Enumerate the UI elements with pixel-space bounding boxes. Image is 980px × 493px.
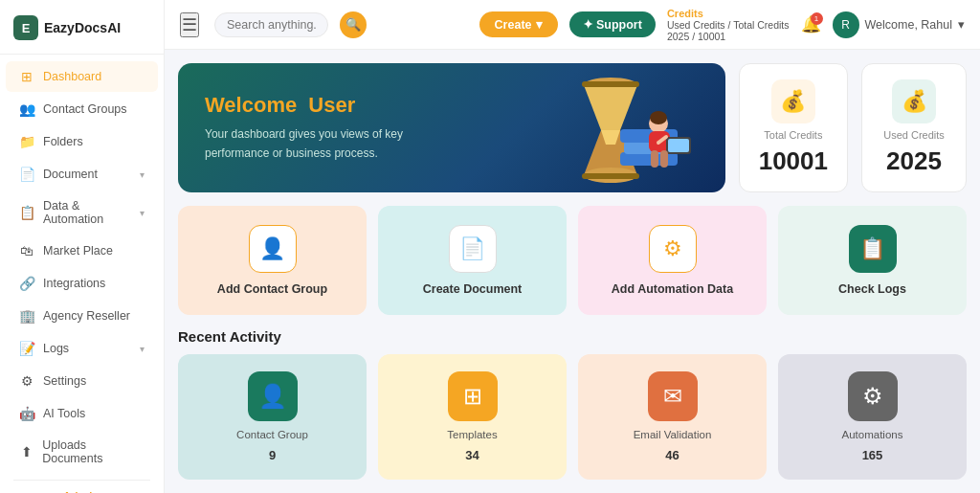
logo-icon: E bbox=[13, 15, 38, 40]
integrations-icon: 🔗 bbox=[19, 276, 34, 291]
create-document-label: Create Document bbox=[423, 282, 523, 296]
sidebar-item-uploads[interactable]: ⬆ Uploads Documents bbox=[6, 431, 158, 473]
sidebar-label-settings: Settings bbox=[43, 374, 86, 388]
content-area: Welcome User Your dashboard gives you vi… bbox=[165, 50, 980, 493]
logo-text: EazyDocsAI bbox=[44, 20, 121, 35]
sidebar-item-data-automation[interactable]: 📋 Data & Automation ▾ bbox=[6, 191, 158, 234]
email-validation-activity-label: Email Validation bbox=[634, 429, 712, 440]
create-arrow: ▾ bbox=[536, 17, 543, 32]
search-bar bbox=[214, 12, 328, 37]
logs-arrow: ▾ bbox=[140, 344, 145, 354]
templates-activity-label: Templates bbox=[447, 429, 497, 440]
activity-grid: 👤 Contact Group 9 ⊞ Templates 34 ✉ Email… bbox=[178, 354, 967, 480]
hero-subtitle: Your dashboard gives you views of keyper… bbox=[205, 125, 699, 162]
hero-text: Welcome User Your dashboard gives you vi… bbox=[205, 93, 699, 162]
email-validation-activity-icon: ✉ bbox=[648, 371, 698, 421]
agency-icon: 🏢 bbox=[19, 308, 34, 324]
check-logs-icon-wrap: 📋 bbox=[849, 225, 897, 273]
user-avatar: R bbox=[833, 11, 859, 38]
recent-activity-title: Recent Activity bbox=[178, 328, 967, 345]
sidebar-label-folders: Folders bbox=[43, 135, 83, 148]
svg-rect-4 bbox=[582, 81, 639, 87]
total-credits-value: 10001 bbox=[759, 146, 828, 176]
check-logs-label: Check Logs bbox=[838, 282, 906, 296]
credits-title: Credits bbox=[667, 8, 790, 19]
sidebar-label-contact-groups: Contact Groups bbox=[43, 102, 127, 116]
contact-group-activity-count: 9 bbox=[269, 448, 276, 462]
add-contact-group-label: Add Contact Group bbox=[217, 282, 327, 296]
header: ☰ 🔍 Create ▾ ✦ Support Credits Used Cred… bbox=[165, 0, 980, 50]
settings-icon: ⚙ bbox=[19, 373, 34, 389]
total-credits-label: Total Credits bbox=[764, 129, 822, 141]
used-credits-card: 💰 Used Credits 2025 bbox=[861, 63, 967, 192]
sidebar: E EazyDocsAI ⊞ Dashboard 👥 Contact Group… bbox=[0, 0, 165, 493]
automations-activity-label: Automations bbox=[842, 429, 903, 440]
sidebar-item-integrations[interactable]: 🔗 Integrations bbox=[6, 268, 158, 299]
activity-card-email-validation[interactable]: ✉ Email Validation 46 bbox=[578, 354, 767, 480]
folders-icon: 📁 bbox=[19, 134, 34, 149]
notification-button[interactable]: 🔔 1 bbox=[801, 14, 821, 34]
quick-card-check-logs[interactable]: 📋 Check Logs bbox=[778, 206, 967, 315]
sidebar-item-agency-reseller[interactable]: 🏢 Agency Reseller bbox=[6, 301, 158, 331]
svg-rect-5 bbox=[582, 173, 639, 179]
sidebar-item-folders[interactable]: 📁 Folders bbox=[6, 126, 158, 157]
used-credits-icon: 💰 bbox=[892, 79, 936, 123]
sidebar-label-data-automation: Data & Automation bbox=[43, 199, 131, 226]
quick-card-create-document[interactable]: 📄 Create Document bbox=[378, 206, 567, 315]
activity-card-automations[interactable]: ⚙ Automations 165 bbox=[778, 354, 967, 480]
user-menu-button[interactable]: R Welcome, Rahul ▾ bbox=[833, 11, 965, 38]
activity-card-contact-group[interactable]: 👤 Contact Group 9 bbox=[178, 354, 367, 480]
hero-welcome-static: Welcome bbox=[205, 93, 297, 117]
sidebar-label-dashboard: Dashboard bbox=[43, 70, 101, 83]
sidebar-label-ai-tools: AI Tools bbox=[43, 407, 85, 420]
sidebar-item-settings[interactable]: ⚙ Settings bbox=[6, 366, 158, 396]
quick-card-add-contact-group[interactable]: 👤 Add Contact Group bbox=[178, 206, 367, 315]
quick-card-add-automation-data[interactable]: ⚙ Add Automation Data bbox=[578, 206, 767, 315]
support-button[interactable]: ✦ Support bbox=[569, 11, 656, 37]
sidebar-label-marketplace: Market Place bbox=[43, 244, 113, 258]
admin-section-label: Admin bbox=[0, 486, 164, 493]
hero-row: Welcome User Your dashboard gives you vi… bbox=[178, 63, 967, 192]
contact-group-activity-icon: 👤 bbox=[248, 371, 298, 421]
data-automation-arrow: ▾ bbox=[140, 208, 145, 218]
user-greeting: Welcome, Rahul bbox=[865, 18, 952, 32]
marketplace-icon: 🛍 bbox=[19, 243, 34, 258]
sidebar-logo: E EazyDocsAI bbox=[0, 10, 164, 55]
sidebar-label-agency: Agency Reseller bbox=[43, 309, 130, 323]
document-arrow: ▾ bbox=[140, 169, 145, 180]
templates-activity-count: 34 bbox=[465, 448, 479, 462]
create-document-icon-wrap: 📄 bbox=[449, 225, 497, 273]
hamburger-button[interactable]: ☰ bbox=[180, 12, 199, 37]
automations-activity-count: 165 bbox=[862, 448, 883, 462]
total-credits-card: 💰 Total Credits 10001 bbox=[739, 63, 848, 192]
credits-values: 2025 / 10001 bbox=[667, 31, 790, 42]
search-input[interactable] bbox=[227, 18, 316, 32]
sidebar-label-document: Document bbox=[43, 168, 98, 181]
notification-badge: 1 bbox=[811, 12, 823, 25]
search-button[interactable]: 🔍 bbox=[340, 11, 367, 38]
ai-tools-icon: 🤖 bbox=[19, 406, 34, 421]
sidebar-divider bbox=[13, 480, 150, 481]
sidebar-item-ai-tools[interactable]: 🤖 AI Tools bbox=[6, 398, 158, 429]
activity-card-templates[interactable]: ⊞ Templates 34 bbox=[378, 354, 567, 480]
sidebar-item-marketplace[interactable]: 🛍 Market Place bbox=[6, 235, 158, 266]
add-automation-data-label: Add Automation Data bbox=[612, 282, 733, 296]
add-automation-data-icon-wrap: ⚙ bbox=[649, 225, 697, 273]
sidebar-item-dashboard[interactable]: ⊞ Dashboard bbox=[6, 61, 158, 92]
templates-activity-icon: ⊞ bbox=[448, 371, 498, 421]
sidebar-item-contact-groups[interactable]: 👥 Contact Groups bbox=[6, 94, 158, 124]
main-area: ☰ 🔍 Create ▾ ✦ Support Credits Used Cred… bbox=[165, 0, 980, 493]
create-button[interactable]: Create ▾ bbox=[479, 11, 558, 37]
logs-icon: 📝 bbox=[19, 341, 34, 356]
contact-group-activity-label: Contact Group bbox=[236, 429, 308, 440]
contact-groups-icon: 👥 bbox=[19, 101, 34, 117]
user-arrow: ▾ bbox=[958, 17, 965, 32]
quick-actions-grid: 👤 Add Contact Group 📄 Create Document ⚙ … bbox=[178, 206, 967, 315]
uploads-icon: ⬆ bbox=[19, 444, 33, 459]
recent-activity-section: Recent Activity 👤 Contact Group 9 ⊞ Temp… bbox=[178, 328, 967, 480]
sidebar-item-document[interactable]: 📄 Document ▾ bbox=[6, 159, 158, 190]
data-automation-icon: 📋 bbox=[19, 205, 34, 220]
add-contact-group-icon-wrap: 👤 bbox=[249, 225, 297, 273]
sidebar-item-logs[interactable]: 📝 Logs ▾ bbox=[6, 333, 158, 364]
sidebar-label-uploads: Uploads Documents bbox=[42, 438, 145, 465]
